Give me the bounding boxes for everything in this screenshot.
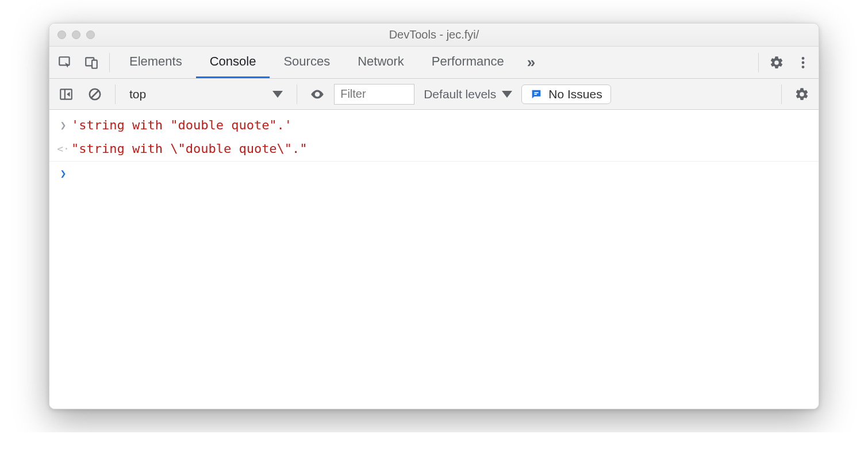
separator: [115, 85, 116, 104]
clear-console-icon[interactable]: [83, 82, 107, 106]
separator: [297, 85, 297, 104]
tab-sources[interactable]: Sources: [270, 47, 344, 78]
live-expression-eye-icon[interactable]: [305, 82, 329, 106]
chevron-down-icon: [502, 91, 512, 98]
execution-context-select[interactable]: top: [124, 87, 289, 101]
issues-icon: [530, 88, 543, 101]
input-chevron-icon: ❯: [55, 114, 71, 135]
svg-point-4: [802, 61, 805, 64]
console-toolbar: top Default levels No Issues: [49, 79, 819, 110]
tab-performance[interactable]: Performance: [418, 47, 518, 78]
issues-label: No Issues: [548, 87, 602, 101]
prompt-chevron-icon: ❯: [55, 163, 71, 183]
tab-console[interactable]: Console: [196, 47, 270, 78]
console-output-line: <· "string with \"double quote\".": [49, 137, 819, 161]
main-tabs-row: Elements Console Sources Network Perform…: [49, 47, 819, 79]
svg-rect-8: [535, 92, 539, 93]
separator: [109, 53, 110, 72]
window-title: DevTools - jec.fyi/: [49, 28, 819, 41]
device-toolbar-icon[interactable]: [79, 51, 103, 75]
output-chevron-icon: <·: [55, 138, 71, 158]
separator: [781, 85, 782, 104]
console-input-line: ❯ 'string with "double quote".': [49, 113, 819, 137]
kebab-menu-icon[interactable]: [791, 51, 815, 75]
issues-button[interactable]: No Issues: [521, 85, 610, 104]
svg-rect-2: [92, 60, 97, 68]
inspect-element-icon[interactable]: [53, 51, 77, 75]
svg-rect-0: [59, 57, 69, 65]
svg-point-3: [802, 57, 805, 60]
console-prompt[interactable]: ❯: [49, 162, 819, 184]
panel-tabs: Elements Console Sources Network Perform…: [116, 47, 518, 78]
filter-input[interactable]: [334, 84, 414, 105]
svg-rect-6: [60, 89, 72, 99]
log-levels-select[interactable]: Default levels: [419, 87, 517, 101]
svg-point-5: [802, 66, 805, 68]
console-sidebar-toggle-icon[interactable]: [54, 82, 78, 106]
console-text: "string with \"double quote\".": [71, 138, 308, 159]
console-settings-gear-icon[interactable]: [790, 82, 814, 106]
titlebar: DevTools - jec.fyi/: [49, 24, 819, 47]
chevron-down-icon: [272, 91, 283, 98]
settings-gear-icon[interactable]: [765, 51, 789, 75]
svg-rect-9: [535, 94, 537, 95]
console-output: ❯ 'string with "double quote".' <· "stri…: [49, 110, 819, 409]
context-label: top: [129, 87, 146, 101]
more-tabs-icon[interactable]: »: [520, 53, 541, 71]
levels-label: Default levels: [424, 87, 496, 101]
separator: [758, 53, 759, 72]
tab-elements[interactable]: Elements: [116, 47, 196, 78]
devtools-window: DevTools - jec.fyi/ Elements Console Sou…: [49, 23, 819, 409]
tab-network[interactable]: Network: [344, 47, 418, 78]
console-text: 'string with "double quote".': [71, 114, 292, 136]
